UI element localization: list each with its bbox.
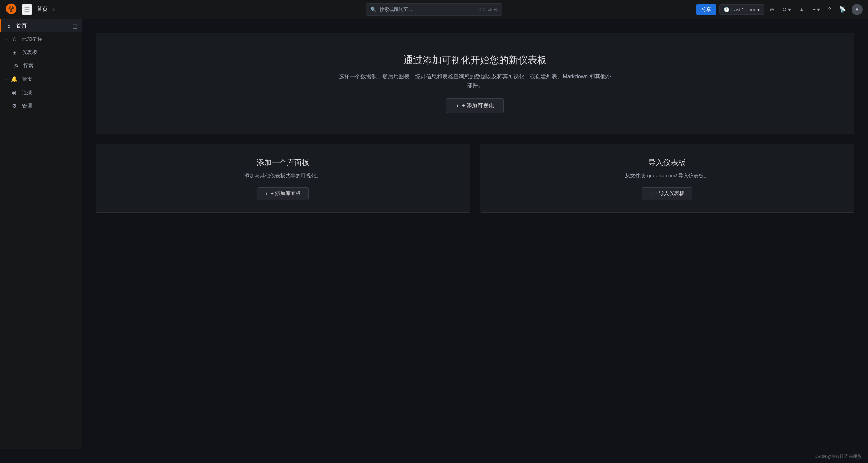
sidebar-label-connections: 连接 (22, 89, 76, 96)
dashboards-icon: ⊞ (11, 49, 18, 56)
user-avatar[interactable]: A (852, 4, 863, 15)
admin-chevron-icon: › (5, 104, 7, 108)
add-viz-title: 通过添加可视化开始您的新仪表板 (403, 54, 547, 67)
sidebar-label-admin: 管理 (22, 103, 76, 109)
bottom-cards: 添加一个库面板 添加与其他仪表板共享的可视化。 + + 添加库面板 导入仪表板 … (96, 144, 854, 213)
dashboards-chevron-icon: › (5, 50, 7, 55)
favorite-star-icon[interactable]: ☆ (51, 6, 55, 13)
connections-icon: ◉ (11, 89, 18, 96)
sidebar-collapse-icon[interactable]: ◫ (72, 23, 77, 29)
alert-icon: 🔔 (11, 76, 18, 82)
refresh-icon: ↺ (782, 6, 787, 13)
search-placeholder-text: 搜索或跳转至... (380, 6, 475, 13)
collapse-icon: ▲ (799, 6, 805, 13)
menu-toggle-button[interactable]: ☰ (22, 4, 32, 15)
collapse-panel-button[interactable]: ▲ (796, 4, 807, 15)
time-range-label: Last 1 hour (731, 7, 755, 12)
news-feed-button[interactable]: 📡 (837, 4, 849, 15)
topbar: ☰ 首页 ☆ 🔍 搜索或跳转至... ⌘ ⌘ ctrl+k 分享 🕐 Last … (0, 0, 868, 19)
avatar-initials: A (855, 7, 858, 12)
connections-chevron-icon: › (5, 90, 7, 95)
share-button[interactable]: 分享 (696, 4, 716, 15)
time-picker-chevron-icon: ▾ (757, 7, 760, 12)
sidebar-item-starred[interactable]: › ☆ 已加星标 (0, 32, 82, 46)
add-visualization-button[interactable]: + + 添加可视化 (446, 98, 504, 113)
add-visualization-card: 通过添加可视化开始您的新仪表板 选择一个数据源，然后用图表、统计信息和表格查询您… (96, 33, 854, 134)
keyboard-icon: ⌘ (477, 7, 481, 12)
sidebar-item-home[interactable]: ⌂ 首页 ◫ (0, 19, 82, 32)
add-viz-subtitle: 选择一个数据源，然后用图表、统计信息和表格查询您的数据以及将其可视化，或创建列表… (339, 72, 612, 90)
sidebar-item-admin[interactable]: › ⚙ 管理 (0, 99, 82, 112)
star-icon: ☆ (11, 36, 18, 42)
import-card-subtitle: 从文件或 grafana.com/ 导入仪表板。 (625, 172, 709, 180)
add-viz-plus-icon: + (456, 103, 459, 109)
search-shortcut: ⌘ ⌘ ctrl+k (477, 7, 498, 12)
library-plus-icon: + (265, 191, 268, 196)
sidebar-label-dashboards: 仪表板 (22, 49, 76, 56)
sidebar-label-explore: 探索 (23, 63, 76, 69)
library-card-subtitle: 添加与其他仪表板共享的可视化。 (244, 172, 321, 180)
library-panel-card: 添加一个库面板 添加与其他仪表板共享的可视化。 + + 添加库面板 (96, 144, 470, 213)
starred-chevron-icon: › (5, 37, 7, 42)
zoom-out-icon: ⊖ (770, 6, 774, 13)
admin-icon: ⚙ (11, 103, 18, 109)
hamburger-icon: ☰ (24, 6, 30, 13)
import-upload-icon: ↑ (650, 191, 652, 196)
clock-icon: 🕐 (724, 7, 729, 12)
search-icon: 🔍 (370, 6, 377, 13)
topbar-left: ☰ 首页 ☆ (5, 3, 55, 16)
help-icon: ? (828, 6, 831, 13)
main-content: 通过添加可视化开始您的新仪表板 选择一个数据源，然后用图表、统计信息和表格查询您… (82, 19, 868, 449)
topbar-right: 分享 🕐 Last 1 hour ▾ ⊖ ↺ ▾ ▲ + ▾ ? 📡 A (696, 4, 863, 15)
footer: CSDN @编程社区 管理员 (814, 454, 861, 460)
sidebar-item-alerting[interactable]: › 🔔 警报 (0, 72, 82, 86)
grafana-logo[interactable] (5, 3, 17, 16)
sidebar-label-starred: 已加星标 (22, 36, 76, 42)
search-bar[interactable]: 🔍 搜索或跳转至... ⌘ ⌘ ctrl+k (366, 3, 502, 16)
add-library-panel-button[interactable]: + + 添加库面板 (257, 187, 309, 200)
import-card-title: 导入仪表板 (648, 158, 686, 168)
add-panel-button[interactable]: + ▾ (810, 4, 823, 15)
feed-icon: 📡 (839, 6, 846, 13)
sidebar-label-alerting: 警报 (22, 76, 76, 82)
refresh-chevron-icon: ▾ (788, 6, 791, 13)
explore-icon: ◎ (12, 63, 19, 69)
sidebar: ⌂ 首页 ◫ › ☆ 已加星标 › ⊞ 仪表板 ◎ 探索 › 🔔 警报 (0, 19, 82, 449)
help-button[interactable]: ? (825, 4, 834, 15)
refresh-button[interactable]: ↺ ▾ (780, 4, 794, 15)
breadcrumb: 首页 ☆ (37, 6, 55, 13)
library-card-title: 添加一个库面板 (257, 158, 309, 168)
sidebar-item-explore[interactable]: ◎ 探索 (0, 59, 82, 72)
app-body: ⌂ 首页 ◫ › ☆ 已加星标 › ⊞ 仪表板 ◎ 探索 › 🔔 警报 (0, 19, 868, 449)
home-icon: ⌂ (5, 23, 12, 29)
sidebar-item-connections[interactable]: › ◉ 连接 (0, 86, 82, 99)
add-visualization-label: + 添加可视化 (462, 102, 494, 109)
footer-text: CSDN @编程社区 管理员 (814, 454, 861, 459)
home-breadcrumb-link[interactable]: 首页 (37, 6, 48, 13)
time-range-picker[interactable]: 🕐 Last 1 hour ▾ (719, 4, 764, 15)
import-dashboard-label: ↑ 导入仪表板 (655, 190, 685, 197)
plus-icon: + (813, 6, 816, 13)
alerting-chevron-icon: › (5, 77, 7, 82)
import-dashboard-button[interactable]: ↑ ↑ 导入仪表板 (642, 187, 692, 200)
add-library-label: + 添加库面板 (271, 190, 301, 197)
sidebar-item-dashboards[interactable]: › ⊞ 仪表板 (0, 46, 82, 59)
import-dashboard-card: 导入仪表板 从文件或 grafana.com/ 导入仪表板。 ↑ ↑ 导入仪表板 (480, 144, 855, 213)
zoom-out-button[interactable]: ⊖ (767, 4, 777, 15)
plus-chevron-icon: ▾ (817, 6, 820, 13)
sidebar-label-home: 首页 (16, 23, 76, 29)
